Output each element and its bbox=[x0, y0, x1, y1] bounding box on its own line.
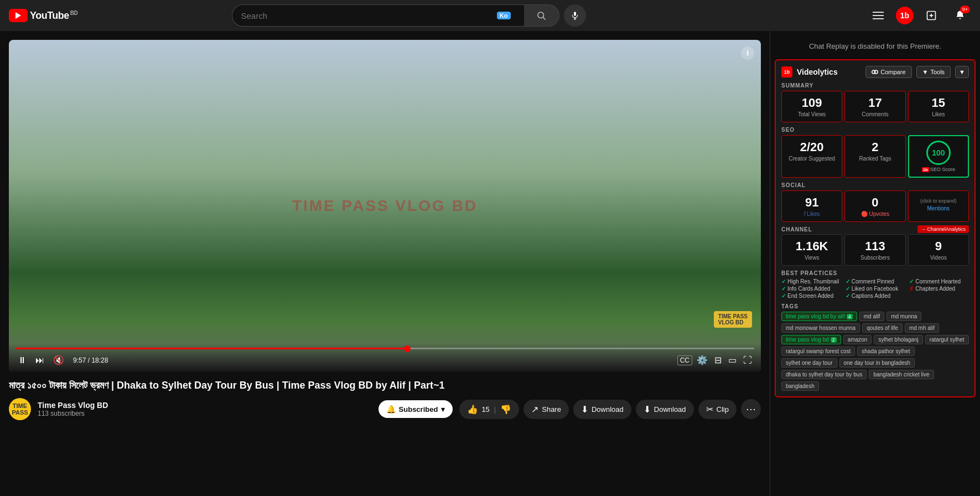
bell-icon-small: 🔔 bbox=[386, 405, 396, 414]
video-frame: TIME PASS VLOG BD TIME PASSVLOG BD ℹ bbox=[9, 40, 761, 372]
tag-item[interactable]: time pass vlog bd by alif4 bbox=[781, 312, 857, 321]
tag-item[interactable]: qoutes of life bbox=[862, 323, 903, 333]
seo-score-circle: 100 bbox=[926, 141, 951, 165]
tag-item[interactable]: one day tour in bangladesh bbox=[839, 358, 915, 368]
download-button-2[interactable]: ⬇ Download bbox=[636, 400, 694, 419]
tag-item[interactable]: amazon bbox=[843, 335, 872, 344]
svg-rect-7 bbox=[873, 18, 884, 19]
tag-item[interactable]: md alif bbox=[859, 312, 884, 321]
seo-score-box: 100 1b SEO Score bbox=[908, 135, 969, 178]
videolytics-header: 1b Videolytics Compare ▼ Tools ▼ bbox=[781, 66, 969, 78]
channel-subs-box: 113 Subscribers bbox=[844, 234, 905, 266]
ranked-tags-box: 2 Ranked Tags bbox=[844, 135, 905, 178]
tag-item[interactable]: dhaka to sylhet day tour by bus bbox=[781, 370, 867, 379]
subscribe-button[interactable]: 🔔 Subscribed ▾ bbox=[378, 400, 453, 418]
clip-label: Clip bbox=[717, 405, 729, 414]
tag-item[interactable]: md munna bbox=[886, 312, 921, 321]
svg-point-0 bbox=[538, 12, 544, 18]
video-player[interactable]: TIME PASS VLOG BD TIME PASSVLOG BD ℹ ⏸ ⏭… bbox=[9, 40, 761, 372]
next-button[interactable]: ⏭ bbox=[33, 354, 46, 366]
best-practices-grid: ✓High Res. Thumbnail✓Comment Pinned✓Comm… bbox=[781, 278, 969, 299]
tag-badge: 4 bbox=[847, 314, 853, 319]
theatre-button[interactable]: ▭ bbox=[726, 354, 739, 366]
like-button[interactable]: 👍 15 | 👎 bbox=[459, 400, 519, 419]
tag-item[interactable]: ratargul swamp forest cost bbox=[781, 347, 855, 356]
tag-item[interactable]: sylhet bholaganj bbox=[874, 335, 922, 344]
kp-badge: Ko bbox=[497, 12, 511, 19]
total-views-num: 109 bbox=[786, 96, 837, 110]
share-icon: ↗ bbox=[531, 404, 538, 415]
channel-analytics-button[interactable]: → ChannelAnalytics bbox=[917, 225, 969, 233]
subtitles-button[interactable]: CC bbox=[677, 355, 692, 365]
video-controls: ⏸ ⏭ 🔇 9:57 / 18:28 CC ⚙️ ⊟ ▭ ⛶ bbox=[9, 343, 761, 372]
dropdown-button[interactable]: ▼ bbox=[955, 66, 969, 78]
user-avatar[interactable]: 1b bbox=[896, 7, 914, 24]
region-badge: BD bbox=[70, 10, 77, 16]
mentions-label[interactable]: Mentions bbox=[913, 205, 964, 211]
progress-dot bbox=[404, 345, 411, 352]
tools-button[interactable]: ▼ Tools bbox=[916, 66, 951, 78]
notification-count: 9+ bbox=[960, 6, 970, 13]
bp-label: Info Cards Added bbox=[787, 286, 830, 292]
more-options-button[interactable]: ⋯ bbox=[741, 399, 761, 419]
creator-suggested-label: Creator Suggested bbox=[786, 156, 837, 162]
youtube-wordmark: YouTubeBD bbox=[30, 10, 77, 22]
channel-avatar[interactable]: TIMEPASS bbox=[9, 398, 31, 420]
channel-videos-num: 9 bbox=[913, 239, 964, 254]
likes-label: Likes bbox=[913, 111, 964, 117]
tag-item[interactable]: time pass vlog bd2 bbox=[781, 335, 841, 344]
best-practice-item: ✓High Res. Thumbnail bbox=[781, 278, 841, 285]
svg-rect-5 bbox=[873, 12, 884, 13]
search-input-container: Ko bbox=[232, 4, 524, 27]
tag-item[interactable]: shada pathor sylhet bbox=[857, 347, 914, 356]
channel-name: Time Pass Vlog BD bbox=[38, 401, 372, 410]
play-pause-button[interactable]: ⏸ bbox=[15, 354, 29, 366]
compare-button[interactable]: Compare bbox=[865, 66, 911, 78]
share-label: Share bbox=[542, 405, 561, 414]
time-display: 9:57 / 18:28 bbox=[73, 356, 108, 364]
search-button[interactable] bbox=[524, 4, 559, 27]
comments-box: 17 Comments bbox=[844, 91, 905, 122]
tag-item[interactable]: md mh alif bbox=[905, 323, 939, 333]
video-info-button[interactable]: ℹ bbox=[741, 46, 754, 60]
ranked-tags-label: Ranked Tags bbox=[849, 156, 900, 162]
upvotes-num: 0 bbox=[849, 195, 900, 210]
fullscreen-button[interactable]: ⛶ bbox=[741, 354, 754, 366]
tag-item[interactable]: bangladesh cricket live bbox=[869, 370, 934, 379]
clip-button[interactable]: ✂ Clip bbox=[698, 400, 737, 419]
seo-score-label: 1b SEO Score bbox=[922, 167, 955, 172]
share-button[interactable]: ↗ Share bbox=[523, 400, 569, 419]
menu-icon bbox=[873, 10, 884, 21]
settings-button[interactable]: ⚙️ bbox=[694, 354, 710, 366]
total-views-box: 109 Total Views bbox=[781, 91, 842, 122]
create-icon bbox=[926, 10, 937, 21]
download-button-1[interactable]: ⬇ Download bbox=[573, 400, 631, 419]
miniplayer-button[interactable]: ⊟ bbox=[712, 354, 724, 366]
notifications-button[interactable]: 9+ bbox=[949, 4, 971, 27]
channel-subs-num: 113 bbox=[849, 239, 900, 254]
tag-item[interactable]: ratargul sylhet bbox=[925, 335, 969, 344]
top-navigation: YouTubeBD Ko 1b bbox=[0, 0, 980, 31]
bp-label: End Screen Added bbox=[787, 293, 833, 299]
comments-label: Comments bbox=[849, 111, 900, 117]
check-icon: ✓ bbox=[846, 286, 850, 292]
voice-search-button[interactable] bbox=[564, 4, 586, 27]
action-buttons: 👍 15 | 👎 ↗ Share ⬇ Download ⬇ Download bbox=[459, 399, 761, 419]
search-input[interactable] bbox=[241, 11, 497, 20]
tag-item[interactable]: bangladesh bbox=[781, 381, 819, 391]
channel-label: CHANNEL bbox=[781, 226, 812, 232]
videolytics-title: Videolytics bbox=[797, 68, 861, 76]
tag-item[interactable]: sylhet one day tour bbox=[781, 358, 837, 368]
create-button[interactable] bbox=[920, 4, 942, 27]
channel-subs-label: Subscribers bbox=[849, 255, 900, 261]
volume-button[interactable]: 🔇 bbox=[51, 354, 66, 366]
youtube-logo[interactable]: YouTubeBD bbox=[9, 9, 77, 22]
tag-item[interactable]: md monowar hossen munna bbox=[781, 323, 860, 333]
summary-stats: 109 Total Views 17 Comments 15 Likes bbox=[781, 91, 969, 122]
menu-button[interactable] bbox=[867, 4, 889, 27]
best-practice-item: ✓End Screen Added bbox=[781, 293, 841, 299]
main-layout: TIME PASS VLOG BD TIME PASSVLOG BD ℹ ⏸ ⏭… bbox=[0, 31, 980, 496]
check-icon: ✓ bbox=[846, 293, 850, 299]
youtube-icon bbox=[9, 9, 28, 22]
progress-bar[interactable] bbox=[15, 348, 754, 349]
